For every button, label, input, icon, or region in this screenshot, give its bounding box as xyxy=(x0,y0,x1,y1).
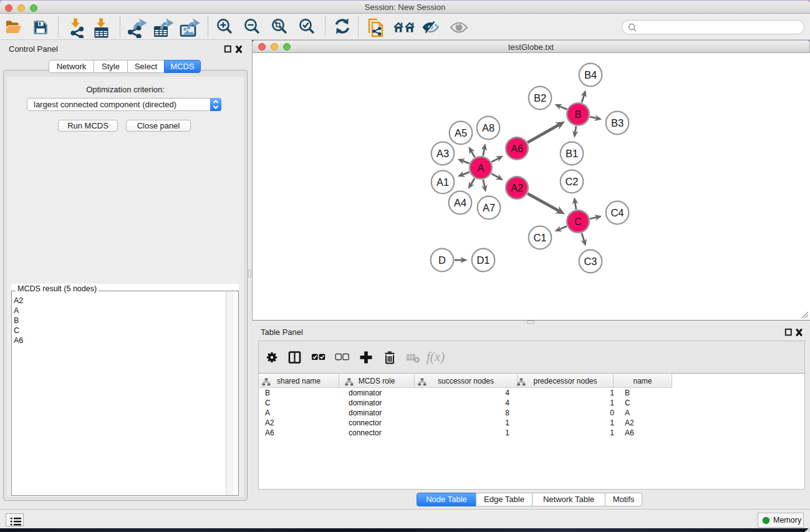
svg-text:B2: B2 xyxy=(534,92,546,104)
svg-text:C2: C2 xyxy=(565,176,578,187)
svg-text:A7: A7 xyxy=(483,202,495,213)
svg-text:C: C xyxy=(574,216,582,227)
svg-text:A6: A6 xyxy=(511,143,523,154)
svg-text:D: D xyxy=(438,254,446,266)
svg-text:A2: A2 xyxy=(511,182,523,193)
svg-text:A: A xyxy=(477,162,484,173)
svg-text:B3: B3 xyxy=(611,117,624,128)
svg-text:C1: C1 xyxy=(533,232,546,243)
svg-text:B4: B4 xyxy=(584,69,597,80)
svg-text:A5: A5 xyxy=(455,127,467,138)
svg-text:A1: A1 xyxy=(436,177,449,188)
svg-text:C3: C3 xyxy=(584,256,597,267)
svg-text:A8: A8 xyxy=(482,122,494,133)
svg-text:A4: A4 xyxy=(454,197,466,208)
svg-text:B: B xyxy=(574,109,581,120)
svg-text:A3: A3 xyxy=(436,148,449,159)
svg-text:C4: C4 xyxy=(610,207,624,218)
svg-text:D1: D1 xyxy=(476,254,489,266)
svg-text:B1: B1 xyxy=(566,148,578,159)
